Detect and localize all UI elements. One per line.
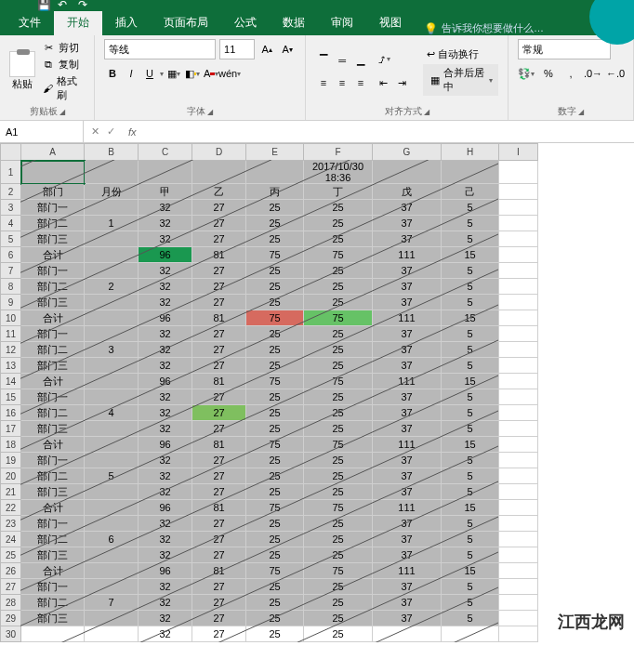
cell[interactable]: 27 — [192, 200, 246, 216]
row-header[interactable]: 10 — [1, 310, 21, 326]
cell[interactable]: 丙 — [246, 184, 304, 200]
col-header-H[interactable]: H — [442, 144, 499, 161]
cell[interactable]: 部门二 — [21, 468, 85, 484]
cell[interactable]: 15 — [442, 563, 499, 579]
cell[interactable] — [139, 161, 192, 184]
cell[interactable] — [85, 579, 139, 595]
cell[interactable] — [499, 247, 538, 263]
cell[interactable]: 5 — [442, 295, 499, 310]
enter-icon[interactable]: ✓ — [107, 125, 115, 138]
align-middle-button[interactable]: ═ — [334, 50, 350, 71]
cell[interactable] — [499, 200, 538, 216]
cell[interactable]: 25 — [304, 405, 373, 421]
font-size-select[interactable] — [219, 39, 255, 59]
row-header[interactable]: 30 — [1, 626, 21, 642]
cell[interactable]: 5 — [442, 421, 499, 437]
cell[interactable]: 37 — [373, 295, 442, 310]
cell[interactable]: 25 — [304, 231, 373, 247]
cell[interactable] — [373, 161, 442, 184]
cell[interactable]: 25 — [304, 263, 373, 279]
orientation-button[interactable]: ⭜▾ — [375, 49, 391, 70]
cell[interactable] — [499, 310, 538, 326]
cell[interactable]: 月份 — [85, 184, 139, 200]
worksheet-area[interactable]: ABCDEFGHI12017/10/30 18:362部门月份甲乙丙丁戊己3部门… — [0, 143, 634, 642]
cell[interactable]: 32 — [139, 547, 192, 563]
font-name-select[interactable] — [104, 39, 216, 59]
row-header[interactable]: 14 — [1, 374, 21, 389]
cell[interactable]: 27 — [192, 389, 246, 405]
cell[interactable]: 15 — [442, 310, 499, 326]
tell-me[interactable]: 💡 告诉我你想要做什么… — [424, 21, 544, 35]
cell[interactable] — [499, 595, 538, 611]
paste-button[interactable]: 粘贴 — [9, 51, 35, 91]
cell[interactable]: 75 — [246, 374, 304, 389]
cell[interactable]: 2017/10/30 18:36 — [304, 161, 373, 184]
cell[interactable]: 25 — [246, 279, 304, 295]
cell[interactable]: 32 — [139, 468, 192, 484]
cell[interactable]: 32 — [139, 405, 192, 421]
name-box[interactable]: A1 — [0, 121, 84, 142]
cell[interactable]: 37 — [373, 326, 442, 342]
accounting-format-button[interactable]: 💱▾ — [518, 63, 535, 84]
cell[interactable]: 戊 — [373, 184, 442, 200]
cell[interactable]: 37 — [373, 389, 442, 405]
cell[interactable]: 27 — [192, 611, 246, 626]
cell[interactable]: 27 — [192, 579, 246, 595]
cell[interactable]: 3 — [85, 342, 139, 358]
cell[interactable]: 部门一 — [21, 453, 85, 468]
cell[interactable]: 96 — [139, 247, 192, 263]
cell[interactable] — [442, 626, 499, 642]
cell[interactable] — [246, 161, 304, 184]
cell[interactable]: 32 — [139, 263, 192, 279]
cell[interactable]: 25 — [304, 389, 373, 405]
cell[interactable] — [499, 453, 538, 468]
cell[interactable]: 25 — [246, 547, 304, 563]
cell[interactable]: 75 — [304, 310, 373, 326]
italic-button[interactable]: I — [123, 63, 139, 84]
cell[interactable]: 25 — [304, 516, 373, 532]
percent-button[interactable]: % — [540, 63, 557, 84]
increase-decimal-button[interactable]: .0→ — [585, 63, 601, 84]
cell[interactable]: 96 — [139, 310, 192, 326]
cell[interactable]: 25 — [304, 216, 373, 231]
row-header[interactable]: 8 — [1, 279, 21, 295]
col-header-C[interactable]: C — [139, 144, 192, 161]
cell[interactable]: 81 — [192, 500, 246, 516]
cell[interactable]: 合计 — [21, 247, 85, 263]
cell[interactable]: 15 — [442, 247, 499, 263]
cell[interactable] — [85, 263, 139, 279]
cell[interactable]: 部门一 — [21, 263, 85, 279]
cell[interactable]: 25 — [246, 216, 304, 231]
cell[interactable] — [499, 161, 538, 184]
cell[interactable]: 32 — [139, 216, 192, 231]
cell[interactable]: 5 — [442, 405, 499, 421]
cell[interactable] — [85, 500, 139, 516]
align-left-button[interactable]: ≡ — [315, 72, 332, 93]
cell[interactable]: 111 — [373, 500, 442, 516]
dialog-launcher-icon[interactable]: ◢ — [578, 108, 584, 116]
cell[interactable]: 111 — [373, 563, 442, 579]
cell[interactable]: 部门三 — [21, 547, 85, 563]
cell[interactable] — [499, 342, 538, 358]
cell[interactable]: 75 — [304, 247, 373, 263]
cell[interactable]: 75 — [246, 437, 304, 453]
cell[interactable]: 部门三 — [21, 484, 85, 500]
dialog-launcher-icon[interactable]: ◢ — [207, 108, 213, 116]
cell[interactable] — [499, 295, 538, 310]
cell[interactable] — [85, 437, 139, 453]
cell[interactable]: 25 — [304, 279, 373, 295]
align-bottom-button[interactable]: ▁ — [352, 50, 369, 71]
cell[interactable]: 96 — [139, 437, 192, 453]
cell[interactable]: 32 — [139, 279, 192, 295]
cell[interactable]: 27 — [192, 342, 246, 358]
cell[interactable]: 32 — [139, 326, 192, 342]
cell[interactable]: 37 — [373, 200, 442, 216]
row-header[interactable]: 4 — [1, 216, 21, 231]
cell[interactable]: 5 — [442, 453, 499, 468]
cell[interactable]: 32 — [139, 389, 192, 405]
cell[interactable] — [192, 161, 246, 184]
cell[interactable]: 25 — [246, 200, 304, 216]
grow-font-button[interactable]: A▴ — [258, 39, 275, 59]
row-header[interactable]: 1 — [1, 161, 21, 184]
cell[interactable]: 5 — [442, 532, 499, 547]
